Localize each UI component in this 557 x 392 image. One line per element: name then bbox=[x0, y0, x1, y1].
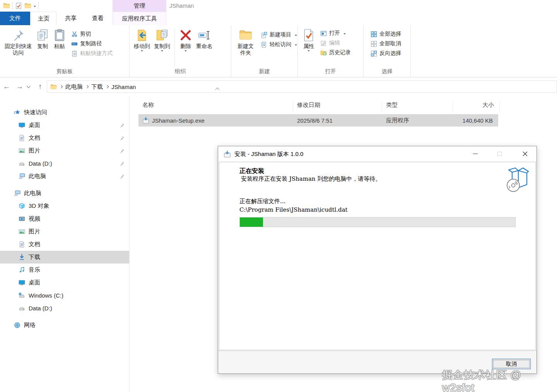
easy-access-icon bbox=[261, 41, 267, 48]
select-none-button[interactable]: 全部取消 bbox=[371, 40, 401, 47]
column-header-name[interactable]: 名称 bbox=[138, 101, 293, 112]
sidebar-item-network[interactable]: 网络 bbox=[0, 319, 129, 332]
breadcrumb-jshaman[interactable]: JShaman bbox=[111, 84, 136, 90]
close-button[interactable] bbox=[520, 149, 530, 158]
chevron-right-icon[interactable] bbox=[85, 85, 89, 88]
file-row[interactable]: JShaman-Setup.exe2025/8/6 7:51应用程序140,64… bbox=[138, 114, 498, 127]
sidebar-item-document[interactable]: 文档 bbox=[0, 132, 129, 144]
copy-to-button[interactable]: 复制到 bbox=[153, 27, 171, 54]
delete-icon bbox=[179, 29, 192, 42]
properties-icon bbox=[302, 29, 315, 42]
sidebar-item-download[interactable]: 下载 bbox=[0, 251, 129, 264]
ribbon-group-organize: 移动到 复制到 删除 重命名 组织 bbox=[130, 25, 231, 77]
sidebar-item-computer[interactable]: 此电脑 bbox=[0, 170, 129, 183]
copy-path-button[interactable]: 复制路径 bbox=[71, 40, 113, 47]
screen: 管理 JShaman 文件 主页 共享 查看 应用程序工具 固定到快速访问 复制 bbox=[0, 0, 557, 392]
select-none-icon bbox=[371, 41, 377, 47]
move-to-button[interactable]: 移动到 bbox=[133, 27, 151, 54]
cut-button[interactable]: 剪切 bbox=[71, 31, 113, 38]
cancel-button[interactable]: 取消 bbox=[492, 359, 531, 369]
copy-button[interactable]: 复制 bbox=[35, 27, 50, 51]
paste-button[interactable]: 粘贴 bbox=[52, 27, 67, 51]
sidebar-item-cube[interactable]: 3D 对象 bbox=[0, 200, 129, 212]
open-button[interactable]: 打开 bbox=[320, 30, 351, 37]
column-header-size[interactable]: 大小 bbox=[453, 101, 500, 112]
pin-icon bbox=[119, 135, 125, 141]
window-title: JShaman bbox=[169, 2, 194, 9]
history-icon bbox=[320, 50, 327, 56]
tab-home[interactable]: 主页 bbox=[31, 12, 56, 25]
new-item-button[interactable]: 新建项目 bbox=[261, 31, 297, 38]
chevron-right-icon[interactable] bbox=[106, 85, 109, 88]
sidebar-item-desktop[interactable]: 桌面 bbox=[0, 119, 129, 132]
group-label-clipboard: 剪贴板 bbox=[0, 68, 129, 75]
sidebar-item-picture[interactable]: 图片 bbox=[0, 144, 129, 157]
history-button[interactable]: 历史记录 bbox=[320, 49, 351, 56]
column-header-modified[interactable]: 修改日期 bbox=[293, 101, 382, 112]
sidebar-item-label: Data (D:) bbox=[29, 160, 52, 167]
group-label-open: 打开 bbox=[298, 68, 363, 75]
up-button[interactable]: ↑ bbox=[34, 82, 47, 91]
button-label: 粘贴快捷方式 bbox=[80, 50, 113, 57]
sidebar-item-drive[interactable]: Data (D:) bbox=[0, 302, 129, 315]
button-label: 复制路径 bbox=[80, 40, 102, 47]
sidebar-item-computer[interactable]: 此电脑 bbox=[0, 187, 129, 200]
sidebar-item-label: Data (D:) bbox=[29, 305, 52, 312]
copy-icon bbox=[36, 29, 49, 42]
select-all-button[interactable]: 全部选择 bbox=[371, 31, 401, 38]
sidebar-item-label: 快速访问 bbox=[24, 109, 47, 116]
sidebar-item-video[interactable]: 视频 bbox=[0, 212, 129, 225]
button-label: 属性 bbox=[303, 43, 314, 50]
divider bbox=[38, 2, 39, 10]
new-folder-button[interactable]: 新建文件夹 bbox=[234, 27, 257, 57]
column-header-type[interactable]: 类型 bbox=[382, 101, 453, 112]
qat-new-folder-icon[interactable] bbox=[24, 2, 31, 9]
button-label: 移动到 bbox=[134, 43, 150, 50]
easy-access-button[interactable]: 轻松访问 bbox=[261, 41, 297, 48]
tab-view[interactable]: 查看 bbox=[85, 12, 111, 25]
address-box[interactable]: 此电脑 下载 JShaman bbox=[47, 80, 557, 93]
sidebar-item-document[interactable]: 文档 bbox=[0, 238, 129, 251]
delete-button[interactable]: 删除 bbox=[178, 27, 193, 54]
install-file-path: C:\Program Files\JShaman\icudtl.dat bbox=[239, 206, 348, 213]
tab-file[interactable]: 文件 bbox=[0, 12, 30, 25]
breadcrumb-downloads[interactable]: 下载 bbox=[91, 83, 103, 91]
divider bbox=[12, 2, 13, 10]
file-name-cell: JShaman-Setup.exe bbox=[138, 117, 293, 124]
edit-icon bbox=[320, 40, 327, 46]
contextual-tab-manage[interactable]: 管理 bbox=[113, 0, 166, 12]
drive-icon bbox=[19, 160, 25, 167]
dialog-titlebar[interactable]: 安装 - JShaman 版本 1.0.0 bbox=[218, 146, 536, 162]
sidebar-item-star[interactable]: 快速访问 bbox=[0, 106, 129, 119]
rename-button[interactable]: 重命名 bbox=[195, 27, 214, 51]
sidebar-item-label: 此电脑 bbox=[29, 173, 46, 180]
tab-share[interactable]: 共享 bbox=[58, 12, 84, 25]
breadcrumb-this-pc[interactable]: 此电脑 bbox=[65, 83, 83, 91]
chevron-down-icon bbox=[161, 50, 163, 53]
progress-bar bbox=[239, 217, 516, 227]
forward-button[interactable]: → bbox=[13, 82, 26, 91]
recent-locations-chevron-icon[interactable] bbox=[27, 84, 31, 88]
tab-application-tools[interactable]: 应用程序工具 bbox=[113, 12, 166, 25]
drive-icon bbox=[19, 305, 25, 312]
ribbon-group-select: 全部选择 全部取消 反向选择 选择 bbox=[364, 25, 411, 77]
sidebar-item-picture[interactable]: 图片 bbox=[0, 225, 129, 238]
music-icon bbox=[19, 267, 25, 273]
pin-to-quick-access-button[interactable]: 固定到快速访问 bbox=[3, 27, 33, 57]
properties-button[interactable]: 属性 bbox=[301, 27, 316, 54]
back-button[interactable]: ← bbox=[0, 82, 13, 91]
sidebar-item-desktop[interactable]: 桌面 bbox=[0, 276, 129, 289]
new-folder-icon bbox=[239, 29, 252, 42]
installer-dialog: 安装 - JShaman 版本 1.0.0 正在安装 安装程序正在安装 JSha… bbox=[218, 146, 537, 374]
minimize-button[interactable] bbox=[470, 149, 480, 158]
copy-to-icon bbox=[155, 29, 169, 42]
sidebar-item-drive[interactable]: Data (D:) bbox=[0, 157, 129, 170]
qat-properties-icon[interactable] bbox=[15, 2, 22, 9]
chevron-right-icon[interactable] bbox=[60, 85, 63, 88]
qat-customize-chevron-icon[interactable] bbox=[34, 6, 36, 8]
sidebar-item-music[interactable]: 音乐 bbox=[0, 264, 129, 276]
sidebar-item-label: 下载 bbox=[29, 253, 40, 261]
invert-selection-button[interactable]: 反向选择 bbox=[371, 50, 401, 57]
sidebar-item-label: 桌面 bbox=[29, 279, 40, 286]
sidebar-item-drive-windows[interactable]: Windows (C:) bbox=[0, 289, 129, 302]
